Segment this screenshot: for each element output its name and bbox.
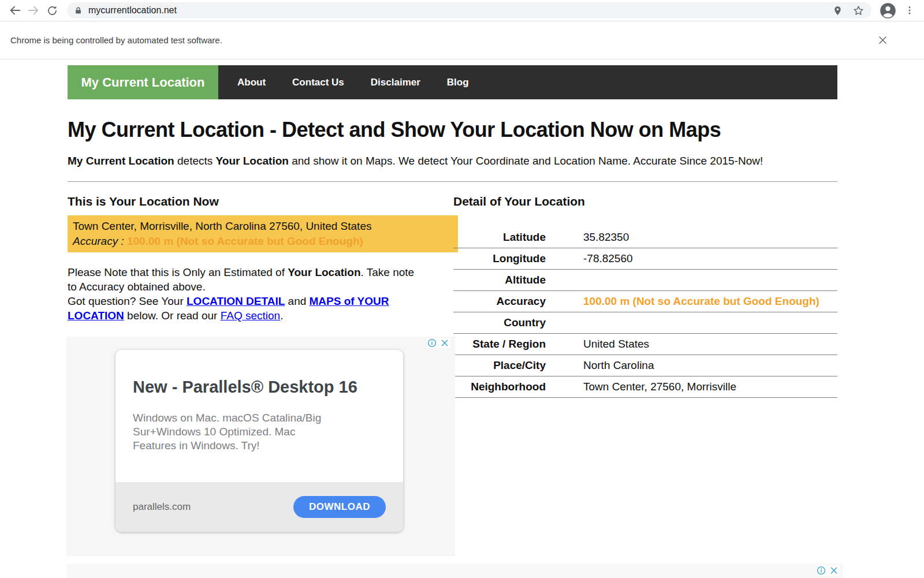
ad-info-icon[interactable] — [817, 566, 826, 575]
page: My Current Location About Contact Us Dis… — [0, 65, 924, 578]
reload-button[interactable] — [43, 1, 61, 20]
site-navbar: My Current Location About Contact Us Dis… — [68, 65, 837, 99]
lock-icon — [74, 6, 83, 16]
nav-item-disclaimer[interactable]: Disclaimer — [357, 65, 434, 99]
location-highlight-box: Town Center, Morrisville, North Carolina… — [68, 215, 458, 252]
nav-item-blog[interactable]: Blog — [434, 65, 482, 99]
forward-arrow-icon — [27, 4, 40, 17]
divider — [68, 181, 837, 182]
note-paragraph: Please Note that this is Only an Estimat… — [68, 265, 426, 323]
table-row-state-region: State / Region United States — [453, 334, 837, 355]
download-button[interactable]: DOWNLOAD — [293, 496, 386, 518]
ad-close-icon[interactable] — [440, 338, 449, 348]
forward-button[interactable] — [24, 1, 43, 20]
back-button[interactable] — [6, 1, 24, 20]
table-row-accuracy: Accuracy 100.00 m (Not so Accurate but G… — [453, 291, 837, 312]
page-title: My Current Location - Detect and Show Yo… — [68, 118, 837, 142]
ad-card: New - Parallels® Desktop 16 Windows on M… — [116, 350, 403, 532]
ad-body-text: Windows on Mac. macOS Catalina/Big Sur+W… — [133, 411, 338, 453]
profile-avatar-icon[interactable] — [880, 2, 896, 19]
table-row-latitude: Latitude 35.82350 — [453, 227, 837, 248]
ad-info-icon[interactable] — [427, 338, 437, 348]
automation-infobar: Chrome is being controlled by automated … — [0, 21, 924, 59]
accuracy-label: Accuracy : — [73, 235, 127, 247]
location-pin-icon[interactable] — [832, 5, 843, 16]
accuracy-value: 100.00 m (Not so Accurate but Good Enoug… — [127, 235, 363, 247]
back-arrow-icon — [9, 4, 21, 17]
ad-headline[interactable]: New - Parallels® Desktop 16 — [133, 378, 386, 397]
table-row-place-city: Place/City North Carolina — [453, 355, 837, 376]
url-bar[interactable]: mycurrentlocation.net — [67, 2, 871, 18]
location-detail-link[interactable]: LOCATION DETAIL — [187, 295, 285, 307]
ad-domain: parallels.com — [133, 501, 293, 513]
url-text: mycurrentlocation.net — [88, 5, 832, 16]
faq-section-link[interactable]: FAQ section — [221, 309, 281, 322]
table-row-altitude: Altitude — [453, 270, 837, 291]
location-accuracy-line: Accuracy : 100.00 m (Not so Accurate but… — [73, 234, 453, 249]
detail-heading: Detail of Your Location — [453, 195, 837, 208]
reload-icon — [46, 5, 58, 17]
menu-dots-icon[interactable] — [904, 5, 915, 16]
table-row-neighborhood: Neighborhood Town Center, 27560, Morrisv… — [453, 376, 837, 398]
site-brand[interactable]: My Current Location — [68, 65, 218, 99]
browser-toolbar: mycurrentlocation.net — [0, 0, 924, 21]
ad-panel: New - Parallels® Desktop 16 Windows on M… — [66, 337, 455, 556]
table-row-longitude: Longitude -78.82560 — [453, 248, 837, 270]
table-row-country: Country — [453, 312, 837, 334]
location-detail-table: Latitude 35.82350 Longitude -78.82560 Al… — [453, 227, 837, 398]
infobar-message: Chrome is being controlled by automated … — [10, 35, 877, 45]
intro-paragraph: My Current Location detects Your Locatio… — [68, 155, 837, 167]
location-address: Town Center, Morrisville, North Carolina… — [73, 219, 453, 234]
bottom-ad-strip — [66, 564, 843, 578]
location-now-heading: This is Your Location Now — [68, 195, 453, 208]
infobar-close-icon[interactable] — [877, 35, 888, 46]
nav-item-contact-us[interactable]: Contact Us — [279, 65, 357, 99]
nav-item-about[interactable]: About — [224, 65, 279, 99]
bookmark-star-icon[interactable] — [852, 5, 865, 17]
ad-close-icon[interactable] — [829, 566, 839, 575]
ad-footer: parallels.com DOWNLOAD — [116, 482, 403, 532]
